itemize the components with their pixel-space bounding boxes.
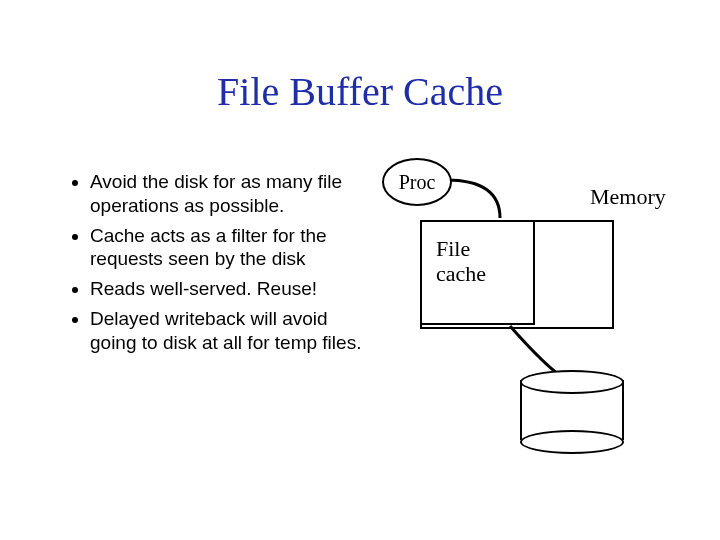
bullet-list: Avoid the disk for as many file operatio…	[68, 170, 378, 360]
bullet-item: Delayed writeback will avoid going to di…	[90, 307, 378, 355]
cylinder-bottom	[520, 430, 624, 454]
file-cache-label-2: cache	[436, 261, 486, 286]
proc-label: Proc	[399, 171, 436, 194]
bullet-item: Cache acts as a filter for the requests …	[90, 224, 378, 272]
proc-to-cache-line	[446, 180, 500, 218]
cylinder-top	[520, 370, 624, 394]
file-cache-label-1: File	[436, 236, 470, 261]
bullet-item: Avoid the disk for as many file operatio…	[90, 170, 378, 218]
bullet-item: Reads well-served. Reuse!	[90, 277, 378, 301]
memory-label: Memory	[590, 184, 666, 210]
disk-cylinder-icon	[520, 370, 620, 450]
proc-oval: Proc	[382, 158, 452, 206]
slide-title: File Buffer Cache	[0, 68, 720, 115]
diagram: File cache Memory Proc	[390, 160, 700, 500]
cache-to-disk-line	[510, 326, 558, 374]
file-cache-box: File cache	[420, 220, 535, 325]
slide: File Buffer Cache Avoid the disk for as …	[0, 0, 720, 540]
